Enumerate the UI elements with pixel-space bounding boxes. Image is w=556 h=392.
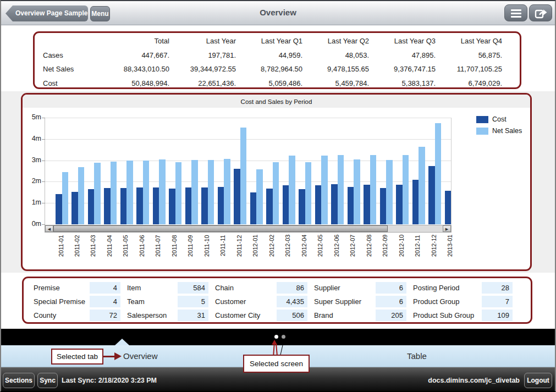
sync-button[interactable]: Sync [37, 373, 58, 388]
bar-net-sales[interactable] [435, 123, 442, 224]
legend-item: Cost [476, 115, 522, 123]
bar-net-sales[interactable] [370, 155, 377, 224]
bar-net-sales[interactable] [256, 169, 263, 224]
bar-net-sales[interactable] [419, 147, 425, 224]
table-row-label: Cases [43, 48, 103, 63]
app-window: Overview Page Sample Menu Overview Total… [0, 0, 556, 392]
bar-cost[interactable] [250, 192, 257, 224]
table-cell: 5,459,784. [302, 76, 369, 90]
bar-net-sales[interactable] [143, 161, 150, 224]
dimension-value: 86 [277, 282, 307, 294]
table-cell: 56,875. [436, 48, 502, 63]
scrollbar-right-arrow[interactable]: ▶ [443, 225, 451, 232]
scrollbar-track[interactable] [388, 225, 443, 232]
bar-cost[interactable] [348, 187, 354, 224]
dimension-counts: Premise4Special Premise4County72Item584T… [24, 278, 531, 324]
dimension-value: 4 [90, 282, 120, 294]
dimension-row: County72 [34, 308, 120, 322]
bar-net-sales[interactable] [224, 159, 230, 225]
x-axis-tick-label: 2012-03 [284, 235, 292, 266]
dimension-value: 109 [482, 310, 513, 321]
legend-swatch [476, 128, 488, 135]
chart-panel: Cost and Sales by Period 0m1m2m3m4m5m ◀ … [21, 93, 532, 271]
bar-cost[interactable] [120, 188, 127, 224]
x-axis-tick-label: 2011-11 [219, 235, 227, 266]
dimension-value: 205 [376, 310, 406, 321]
dimension-row: Super Supplier6 [314, 295, 406, 308]
dimension-row: Team5 [127, 295, 208, 308]
bar-cost[interactable] [136, 187, 143, 224]
bar-cost[interactable] [266, 189, 273, 224]
bar-cost[interactable] [218, 187, 224, 224]
list-menu-button[interactable] [504, 4, 527, 21]
bar-cost[interactable] [201, 187, 208, 225]
gridline [45, 118, 451, 118]
bar-net-sales[interactable] [321, 156, 328, 224]
bar-cost[interactable] [299, 189, 305, 224]
bar-net-sales[interactable] [175, 162, 182, 224]
logout-button[interactable]: Logout [524, 373, 552, 388]
bar-cost[interactable] [445, 191, 452, 224]
x-axis-tick-label: 2011-10 [203, 235, 211, 266]
table-cell: 88,343,010.50 [103, 62, 169, 76]
bar-net-sales[interactable] [305, 162, 312, 224]
bar-cost[interactable] [169, 189, 175, 224]
bar-cost[interactable] [234, 169, 240, 224]
gridline [45, 139, 451, 140]
table-cell: 8,782,964.50 [236, 62, 302, 76]
bar-net-sales[interactable] [159, 159, 166, 224]
bar-cost[interactable] [185, 187, 192, 224]
bar-cost[interactable] [428, 166, 435, 224]
screen-dot-selected[interactable] [274, 335, 278, 339]
y-axis-tick-label: 2m [24, 177, 41, 185]
table-cell: 447,667. [103, 48, 169, 63]
bar-net-sales[interactable] [208, 160, 214, 224]
bar-net-sales[interactable] [126, 161, 133, 224]
screen-dot[interactable] [282, 335, 285, 339]
bar-net-sales[interactable] [354, 159, 360, 224]
annotation-arrowhead-right [114, 352, 122, 360]
scrollbar-thumb[interactable] [53, 225, 388, 232]
bar-net-sales[interactable] [403, 155, 409, 224]
tab-overview[interactable]: Overview [123, 351, 158, 361]
bar-cost[interactable] [331, 184, 338, 224]
bar-net-sales[interactable] [240, 128, 247, 224]
x-axis-tick-label: 2011-02 [74, 235, 81, 266]
dimension-label: Product Group [413, 297, 482, 306]
x-axis-tick-label: 2012-01 [252, 235, 260, 266]
bar-cost[interactable] [380, 188, 387, 224]
bar-cost[interactable] [104, 188, 111, 224]
bar-net-sales[interactable] [191, 160, 198, 224]
legend-swatch [476, 116, 488, 123]
tab-table[interactable]: Table [407, 351, 427, 361]
bar-cost[interactable] [56, 194, 62, 224]
bar-net-sales[interactable] [62, 172, 69, 224]
bar-cost[interactable] [315, 185, 322, 224]
bar-net-sales[interactable] [78, 167, 85, 224]
dimension-value: 5 [178, 296, 208, 307]
x-axis-tick-label: 2013-01 [447, 235, 454, 266]
bar-net-sales[interactable] [111, 162, 117, 224]
selected-tab-pointer [115, 339, 129, 345]
bar-cost[interactable] [412, 180, 419, 224]
dimension-value: 506 [277, 310, 307, 321]
export-button[interactable] [529, 4, 552, 21]
bar-cost[interactable] [153, 187, 159, 225]
bar-net-sales[interactable] [94, 163, 101, 224]
table-cell: 47,895. [369, 48, 436, 63]
x-axis-tick-label: 2012-11 [414, 235, 422, 266]
bar-cost[interactable] [364, 185, 370, 224]
bar-net-sales[interactable] [386, 160, 393, 224]
table-cell: 9,478,155.65 [302, 62, 369, 76]
bar-cost[interactable] [396, 185, 403, 224]
bar-cost[interactable] [88, 189, 95, 224]
bar-net-sales[interactable] [338, 155, 344, 224]
dimension-value: 6 [376, 282, 406, 294]
scrollbar-left-arrow[interactable]: ◀ [45, 225, 53, 232]
sections-button[interactable]: Sections [3, 373, 35, 388]
bar-net-sales[interactable] [273, 162, 279, 224]
chart-scrollbar[interactable]: ◀ ▶ [45, 225, 452, 233]
bar-cost[interactable] [71, 192, 78, 224]
bar-net-sales[interactable] [289, 156, 295, 224]
bar-cost[interactable] [283, 185, 289, 224]
